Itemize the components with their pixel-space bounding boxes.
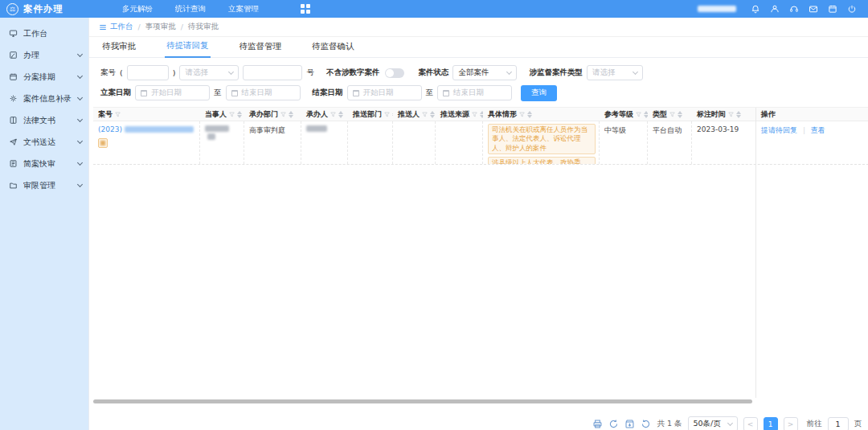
sidebar-item-scheduling[interactable]: 分案排期 [0,66,88,88]
sidebar-item-label: 审限管理 [23,180,78,191]
chevron-down-icon [77,159,83,165]
cell-undertaker [301,121,348,164]
filter-icon[interactable] [384,112,390,117]
sync-icon[interactable] [608,419,619,429]
export-icon[interactable] [624,419,635,429]
filter-icon[interactable] [422,112,428,117]
sort-icons[interactable] [430,111,435,118]
chevron-down-icon [727,420,732,425]
breadcrumb-item-workbench[interactable]: 工作台 [99,22,133,32]
sort-icons[interactable] [527,111,532,118]
col-department[interactable]: 承办部门 [244,108,301,121]
topnav-item-lianguanli[interactable]: 立案管理 [228,4,259,14]
goto-page-input[interactable] [828,417,849,430]
col-situation[interactable]: 具体情形 [483,108,600,121]
pagination-bar: 共 1 条 50条/页 < 1 > 前往 页 [592,416,862,430]
bell-icon[interactable] [751,4,760,14]
horizontal-scrollbar[interactable] [93,399,752,403]
col-push-dept[interactable]: 推送部门 [348,108,393,121]
sidebar-item-legal-docs[interactable]: 法律文书 [0,109,88,131]
sort-icons[interactable] [338,111,343,118]
filing-start-date-picker[interactable]: 开始日期 [135,85,210,100]
supervise-type-label: 涉监督案件类型 [529,68,583,78]
filter-icon[interactable] [519,112,525,117]
send-icon [9,137,18,146]
sidebar-item-doc-delivery[interactable]: 文书送达 [0,131,88,153]
breadcrumb-separator: / [181,23,183,31]
next-page-button[interactable]: > [784,417,798,430]
calendar-icon [353,90,359,96]
exclude-digital-toggle[interactable] [385,68,404,78]
sort-icons[interactable] [289,111,293,118]
sidebar-item-handle[interactable]: 办理 [0,44,88,66]
page-size-select[interactable]: 50条/页 [688,416,738,430]
cell-situation: 司法机关在职或离任人员作为当事人、法定代表人、诉讼代理人、辩护人的案件 涉县级以… [483,121,600,164]
prev-page-button[interactable]: < [743,417,758,430]
topnav-item-duoyuanjiefen[interactable]: 多元解纷 [122,4,153,14]
closing-end-date-picker[interactable]: 结束日期 [437,85,512,100]
sidebar-item-quick-trial[interactable]: 简案快审 [0,153,88,174]
case-no-type-select[interactable]: 请选择 [179,65,239,80]
case-number-link[interactable]: (2023) [98,125,196,133]
refresh-icon[interactable] [641,419,651,429]
username-redacted [698,6,736,12]
tab-supervision-manage[interactable]: 待监督管理 [238,37,284,57]
apps-grid-icon[interactable] [301,4,310,14]
col-type[interactable]: 类型 [648,108,692,121]
col-push-source[interactable]: 推送来源 [436,108,483,121]
files-icon [9,159,18,168]
col-ref-level[interactable]: 参考等级 [600,108,648,121]
topnav-item-tongjichaxun[interactable]: 统计查询 [175,4,206,14]
filter-icon[interactable] [636,112,641,117]
tab-pending-my-approval[interactable]: 待我审批 [100,37,137,57]
filter-icon[interactable] [472,112,477,117]
monitor-icon [9,29,18,38]
printer-icon[interactable] [592,419,603,429]
request-reply-link[interactable]: 提请待回复 [761,126,797,134]
col-case-no[interactable]: 案号 [93,108,200,121]
breadcrumb-item-approval[interactable]: 事项审批 [145,22,176,32]
filter-icon[interactable] [330,112,336,117]
tab-supervision-confirm[interactable]: 待监督确认 [310,37,356,57]
chevron-down-icon [77,51,83,56]
breadcrumb-item-current: 待我审批 [188,22,219,32]
filter-icon[interactable] [280,112,286,117]
app-logo: ⚖ 案件办理 [0,3,113,15]
filing-end-date-picker[interactable]: 结束日期 [226,85,301,100]
power-icon[interactable] [847,4,857,14]
search-button[interactable]: 查询 [521,85,557,101]
col-undertaker[interactable]: 承办人 [301,108,348,121]
user-icon[interactable] [770,4,780,14]
filter-icon[interactable] [229,112,235,117]
closing-start-date-picker[interactable]: 开始日期 [347,85,422,100]
cell-mark-time: 2023-03-19 [692,121,756,164]
filter-icon[interactable] [669,112,675,117]
supervise-type-select[interactable]: 请选择 [587,65,643,80]
headset-icon[interactable] [789,4,799,14]
sidebar-item-time-limit[interactable]: 审限管理 [0,174,88,196]
mail-icon[interactable] [809,4,818,14]
col-mark-time[interactable]: 标注时间 [692,108,756,121]
col-party[interactable]: 当事人 [200,108,244,121]
case-no-year-input[interactable] [127,65,169,80]
case-no-number-input[interactable] [243,65,302,80]
col-push-person[interactable]: 推送人 [393,108,436,121]
case-status-select[interactable]: 全部案件 [452,65,517,80]
sort-icons[interactable] [678,111,682,118]
sidebar-item-label: 文书送达 [23,137,78,148]
fixed-column-divider [755,108,756,398]
page-1-button[interactable]: 1 [764,417,778,430]
calendar-icon[interactable] [828,4,837,14]
sort-icons[interactable] [237,111,242,118]
sidebar-item-case-info[interactable]: 案件信息补录 [0,88,88,109]
filter-panel: 案号 ( ) 请选择 号 不含涉数字案件 案件状态 全部案件 涉监督案件类型 请… [89,58,868,104]
filter-icon[interactable] [728,112,734,117]
sort-icons[interactable] [736,111,741,118]
filter-icon[interactable] [115,112,121,117]
sidebar-item-workbench[interactable]: 工作台 [0,23,88,44]
topbar-actions [698,4,868,14]
cell-push-source [436,121,483,164]
tab-pending-reply[interactable]: 待提请回复 [165,36,211,58]
view-link[interactable]: 查看 [811,126,825,134]
date-to-label: 至 [214,88,222,98]
